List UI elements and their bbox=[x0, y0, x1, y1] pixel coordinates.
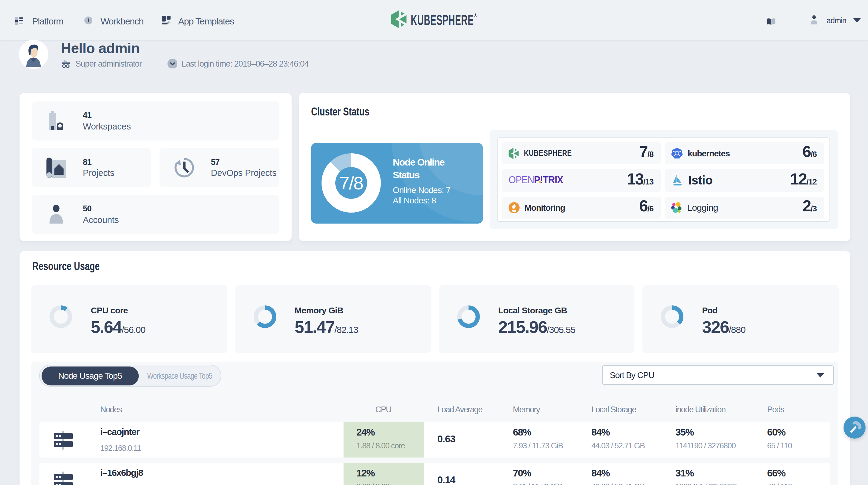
svg-text:7/8: 7/8 bbox=[339, 173, 363, 193]
